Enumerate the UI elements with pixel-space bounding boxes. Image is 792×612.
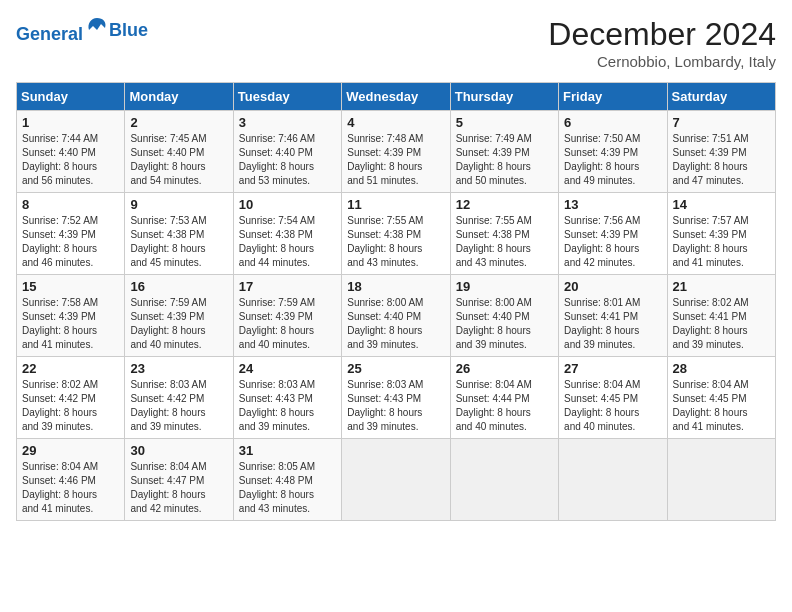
day-info: Sunrise: 8:02 AM Sunset: 4:41 PM Dayligh… [673, 296, 770, 352]
day-info: Sunrise: 7:51 AM Sunset: 4:39 PM Dayligh… [673, 132, 770, 188]
calendar-cell: 28Sunrise: 8:04 AM Sunset: 4:45 PM Dayli… [667, 357, 775, 439]
calendar-cell: 24Sunrise: 8:03 AM Sunset: 4:43 PM Dayli… [233, 357, 341, 439]
day-number: 12 [456, 197, 553, 212]
calendar-cell: 7Sunrise: 7:51 AM Sunset: 4:39 PM Daylig… [667, 111, 775, 193]
day-number: 3 [239, 115, 336, 130]
calendar-body: 1Sunrise: 7:44 AM Sunset: 4:40 PM Daylig… [17, 111, 776, 521]
dow-header-friday: Friday [559, 83, 667, 111]
calendar-cell [450, 439, 558, 521]
day-info: Sunrise: 8:04 AM Sunset: 4:45 PM Dayligh… [564, 378, 661, 434]
calendar-week-1: 1Sunrise: 7:44 AM Sunset: 4:40 PM Daylig… [17, 111, 776, 193]
day-info: Sunrise: 8:01 AM Sunset: 4:41 PM Dayligh… [564, 296, 661, 352]
day-info: Sunrise: 7:46 AM Sunset: 4:40 PM Dayligh… [239, 132, 336, 188]
day-info: Sunrise: 7:59 AM Sunset: 4:39 PM Dayligh… [239, 296, 336, 352]
days-of-week-row: SundayMondayTuesdayWednesdayThursdayFrid… [17, 83, 776, 111]
calendar-cell: 14Sunrise: 7:57 AM Sunset: 4:39 PM Dayli… [667, 193, 775, 275]
day-number: 31 [239, 443, 336, 458]
day-number: 24 [239, 361, 336, 376]
day-info: Sunrise: 7:45 AM Sunset: 4:40 PM Dayligh… [130, 132, 227, 188]
calendar-cell: 18Sunrise: 8:00 AM Sunset: 4:40 PM Dayli… [342, 275, 450, 357]
dow-header-thursday: Thursday [450, 83, 558, 111]
day-info: Sunrise: 8:00 AM Sunset: 4:40 PM Dayligh… [347, 296, 444, 352]
day-info: Sunrise: 7:49 AM Sunset: 4:39 PM Dayligh… [456, 132, 553, 188]
calendar-cell: 30Sunrise: 8:04 AM Sunset: 4:47 PM Dayli… [125, 439, 233, 521]
calendar-cell: 17Sunrise: 7:59 AM Sunset: 4:39 PM Dayli… [233, 275, 341, 357]
calendar-cell: 6Sunrise: 7:50 AM Sunset: 4:39 PM Daylig… [559, 111, 667, 193]
day-number: 2 [130, 115, 227, 130]
calendar-cell: 12Sunrise: 7:55 AM Sunset: 4:38 PM Dayli… [450, 193, 558, 275]
day-info: Sunrise: 8:03 AM Sunset: 4:43 PM Dayligh… [239, 378, 336, 434]
day-number: 26 [456, 361, 553, 376]
calendar-cell: 16Sunrise: 7:59 AM Sunset: 4:39 PM Dayli… [125, 275, 233, 357]
day-info: Sunrise: 8:00 AM Sunset: 4:40 PM Dayligh… [456, 296, 553, 352]
dow-header-wednesday: Wednesday [342, 83, 450, 111]
day-info: Sunrise: 7:52 AM Sunset: 4:39 PM Dayligh… [22, 214, 119, 270]
day-info: Sunrise: 8:04 AM Sunset: 4:44 PM Dayligh… [456, 378, 553, 434]
day-number: 7 [673, 115, 770, 130]
calendar-cell: 9Sunrise: 7:53 AM Sunset: 4:38 PM Daylig… [125, 193, 233, 275]
day-info: Sunrise: 7:55 AM Sunset: 4:38 PM Dayligh… [347, 214, 444, 270]
day-info: Sunrise: 7:53 AM Sunset: 4:38 PM Dayligh… [130, 214, 227, 270]
day-info: Sunrise: 7:56 AM Sunset: 4:39 PM Dayligh… [564, 214, 661, 270]
calendar-cell [342, 439, 450, 521]
day-number: 8 [22, 197, 119, 212]
calendar-cell: 2Sunrise: 7:45 AM Sunset: 4:40 PM Daylig… [125, 111, 233, 193]
day-number: 30 [130, 443, 227, 458]
day-number: 20 [564, 279, 661, 294]
logo-text: General [16, 16, 109, 45]
day-number: 25 [347, 361, 444, 376]
day-number: 10 [239, 197, 336, 212]
day-number: 4 [347, 115, 444, 130]
calendar-cell: 25Sunrise: 8:03 AM Sunset: 4:43 PM Dayli… [342, 357, 450, 439]
header: General Blue December 2024 Cernobbio, Lo… [16, 16, 776, 70]
day-info: Sunrise: 8:04 AM Sunset: 4:45 PM Dayligh… [673, 378, 770, 434]
calendar-week-5: 29Sunrise: 8:04 AM Sunset: 4:46 PM Dayli… [17, 439, 776, 521]
day-number: 5 [456, 115, 553, 130]
calendar-cell [559, 439, 667, 521]
calendar-cell: 13Sunrise: 7:56 AM Sunset: 4:39 PM Dayli… [559, 193, 667, 275]
day-info: Sunrise: 8:03 AM Sunset: 4:42 PM Dayligh… [130, 378, 227, 434]
day-info: Sunrise: 8:05 AM Sunset: 4:48 PM Dayligh… [239, 460, 336, 516]
calendar-cell: 8Sunrise: 7:52 AM Sunset: 4:39 PM Daylig… [17, 193, 125, 275]
calendar-week-3: 15Sunrise: 7:58 AM Sunset: 4:39 PM Dayli… [17, 275, 776, 357]
calendar-cell: 11Sunrise: 7:55 AM Sunset: 4:38 PM Dayli… [342, 193, 450, 275]
day-info: Sunrise: 8:04 AM Sunset: 4:47 PM Dayligh… [130, 460, 227, 516]
day-number: 29 [22, 443, 119, 458]
logo-blue: Blue [109, 21, 148, 41]
calendar-cell: 22Sunrise: 8:02 AM Sunset: 4:42 PM Dayli… [17, 357, 125, 439]
calendar-cell: 10Sunrise: 7:54 AM Sunset: 4:38 PM Dayli… [233, 193, 341, 275]
calendar-cell: 26Sunrise: 8:04 AM Sunset: 4:44 PM Dayli… [450, 357, 558, 439]
day-info: Sunrise: 7:54 AM Sunset: 4:38 PM Dayligh… [239, 214, 336, 270]
day-number: 22 [22, 361, 119, 376]
day-number: 9 [130, 197, 227, 212]
calendar-cell: 19Sunrise: 8:00 AM Sunset: 4:40 PM Dayli… [450, 275, 558, 357]
calendar-cell: 3Sunrise: 7:46 AM Sunset: 4:40 PM Daylig… [233, 111, 341, 193]
day-number: 23 [130, 361, 227, 376]
calendar-cell: 29Sunrise: 8:04 AM Sunset: 4:46 PM Dayli… [17, 439, 125, 521]
day-number: 1 [22, 115, 119, 130]
day-number: 27 [564, 361, 661, 376]
dow-header-monday: Monday [125, 83, 233, 111]
calendar-cell: 31Sunrise: 8:05 AM Sunset: 4:48 PM Dayli… [233, 439, 341, 521]
day-info: Sunrise: 8:02 AM Sunset: 4:42 PM Dayligh… [22, 378, 119, 434]
day-info: Sunrise: 8:04 AM Sunset: 4:46 PM Dayligh… [22, 460, 119, 516]
day-info: Sunrise: 7:55 AM Sunset: 4:38 PM Dayligh… [456, 214, 553, 270]
calendar-cell: 4Sunrise: 7:48 AM Sunset: 4:39 PM Daylig… [342, 111, 450, 193]
calendar-table: SundayMondayTuesdayWednesdayThursdayFrid… [16, 82, 776, 521]
day-number: 6 [564, 115, 661, 130]
day-number: 15 [22, 279, 119, 294]
calendar-cell: 5Sunrise: 7:49 AM Sunset: 4:39 PM Daylig… [450, 111, 558, 193]
day-info: Sunrise: 7:58 AM Sunset: 4:39 PM Dayligh… [22, 296, 119, 352]
calendar-cell: 21Sunrise: 8:02 AM Sunset: 4:41 PM Dayli… [667, 275, 775, 357]
day-number: 11 [347, 197, 444, 212]
calendar-cell: 23Sunrise: 8:03 AM Sunset: 4:42 PM Dayli… [125, 357, 233, 439]
calendar-week-4: 22Sunrise: 8:02 AM Sunset: 4:42 PM Dayli… [17, 357, 776, 439]
calendar-cell: 27Sunrise: 8:04 AM Sunset: 4:45 PM Dayli… [559, 357, 667, 439]
dow-header-sunday: Sunday [17, 83, 125, 111]
day-number: 13 [564, 197, 661, 212]
day-number: 16 [130, 279, 227, 294]
calendar-cell: 1Sunrise: 7:44 AM Sunset: 4:40 PM Daylig… [17, 111, 125, 193]
day-number: 14 [673, 197, 770, 212]
title-area: December 2024 Cernobbio, Lombardy, Italy [548, 16, 776, 70]
dow-header-saturday: Saturday [667, 83, 775, 111]
